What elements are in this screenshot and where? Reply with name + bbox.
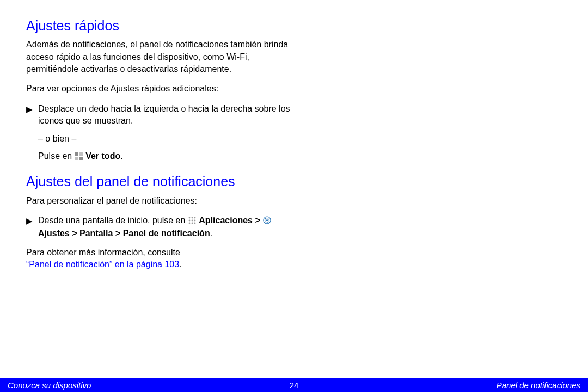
svg-point-11 — [191, 223, 193, 224]
svg-rect-3 — [79, 157, 83, 160]
text-bold: Aplicaciones — [199, 216, 253, 225]
view-all-grid-icon — [75, 151, 83, 163]
svg-point-6 — [194, 217, 195, 219]
text-fragment: . — [210, 229, 212, 238]
footer-section-title: Panel de notificaciones — [298, 381, 580, 390]
svg-rect-1 — [79, 152, 83, 156]
svg-point-7 — [188, 220, 190, 222]
page-footer: Conozca su dispositivo 24 Panel de notif… — [0, 378, 588, 392]
bullet-line: Pulse en Ver todo. — [38, 150, 298, 163]
svg-point-9 — [194, 220, 195, 222]
paragraph: Para personalizar el panel de notificaci… — [26, 195, 298, 207]
text-fragment: > — [113, 229, 122, 238]
bullet-item: ▶ Desplace un dedo hacia la izquierda o … — [26, 103, 298, 164]
svg-point-5 — [191, 217, 193, 219]
document-page: Ajustes rápidos Además de notificaciones… — [0, 0, 588, 392]
footer-chapter-title: Conozca su dispositivo — [8, 381, 290, 390]
heading-quick-settings: Ajustes rápidos — [26, 17, 298, 34]
footer-page-number: 24 — [290, 381, 299, 390]
paragraph: Para ver opciones de Ajustes rápidos adi… — [26, 83, 298, 95]
bullet-line: – o bien – — [38, 133, 298, 145]
text-fragment: . — [179, 260, 181, 269]
paragraph: Además de notificaciones, el panel de no… — [26, 39, 298, 75]
paragraph: Para obtener más información, consulte “… — [26, 247, 298, 271]
text-bold: Pantalla — [79, 229, 113, 238]
bullet-text: Desplace un dedo hacia la izquierda o ha… — [38, 103, 298, 164]
text-fragment: Desde una pantalla de inicio, pulse en — [38, 216, 188, 225]
svg-point-8 — [191, 220, 193, 222]
content-column: Ajustes rápidos Además de notificaciones… — [26, 17, 298, 271]
svg-rect-0 — [75, 152, 78, 156]
cross-reference-link[interactable]: “Panel de notificación” en la página 103 — [26, 260, 179, 269]
bullet-arrow-icon: ▶ — [26, 215, 33, 240]
text-fragment: > — [70, 229, 79, 238]
settings-gear-icon — [263, 216, 271, 228]
text-bold: Panel de notificación — [123, 229, 210, 238]
text-fragment: Pulse en — [38, 151, 75, 161]
svg-point-4 — [188, 217, 190, 219]
svg-point-12 — [194, 223, 195, 224]
text-bold: Ver todo — [83, 151, 120, 161]
bullet-item: ▶ Desde una pantalla de inicio, pulse en… — [26, 215, 298, 240]
heading-notification-panel-settings: Ajustes del panel de notificaciones — [26, 173, 298, 190]
apps-grid-icon — [188, 216, 196, 228]
text-fragment: Para obtener más información, consulte — [26, 248, 180, 257]
svg-point-15 — [266, 219, 268, 221]
bullet-line: Desplace un dedo hacia la izquierda o ha… — [38, 103, 298, 127]
text-fragment: . — [120, 151, 122, 161]
bullet-text: Desde una pantalla de inicio, pulse en A… — [38, 215, 298, 240]
bullet-arrow-icon: ▶ — [26, 103, 33, 164]
svg-rect-2 — [75, 157, 78, 160]
text-fragment: > — [253, 216, 262, 225]
text-bold: Ajustes — [38, 229, 70, 238]
svg-point-10 — [188, 223, 190, 224]
